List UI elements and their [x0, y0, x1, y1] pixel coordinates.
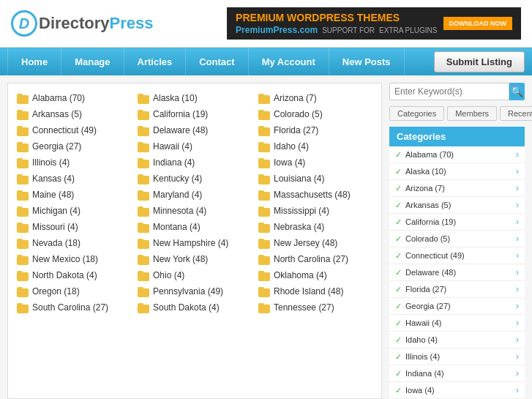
state-item[interactable]: Hawaii (4) [136, 139, 253, 154]
state-item[interactable]: Iowa (4) [257, 155, 374, 170]
navigation: Home Manage Articles Contact My Account … [0, 48, 532, 75]
state-name: Missouri (4) [32, 222, 78, 232]
state-item[interactable]: New York (48) [136, 252, 253, 266]
state-item[interactable]: New Mexico (18) [15, 252, 132, 266]
category-item[interactable]: ✓Delaware (48)› [389, 264, 525, 281]
tab-categories[interactable]: Categories [389, 106, 444, 121]
category-item[interactable]: ✓Alaska (10)› [389, 163, 525, 180]
search-button[interactable]: 🔍 [509, 83, 525, 100]
state-item[interactable]: Maine (48) [15, 187, 132, 202]
nav-articles[interactable]: Articles [124, 48, 187, 75]
state-name: California (19) [153, 109, 208, 119]
tab-members[interactable]: Members [447, 106, 497, 121]
nav-new-posts[interactable]: New Posts [329, 48, 405, 75]
banner[interactable]: PREMIUM WORDPRESS THEMES PremiumPress.co… [227, 7, 521, 40]
logo-d-letter: D [19, 15, 29, 32]
banner-download[interactable]: DOWNLOAD NOW [443, 17, 513, 30]
state-item[interactable]: California (19) [136, 107, 253, 122]
category-item[interactable]: ✓Alabama (70)› [389, 146, 525, 163]
state-item[interactable]: Mississippi (4) [257, 204, 374, 218]
state-item[interactable]: Idaho (4) [257, 139, 374, 154]
nav-contact[interactable]: Contact [186, 48, 248, 75]
check-icon: ✓ [395, 234, 402, 244]
tab-recent[interactable]: Recent [500, 106, 532, 121]
check-icon: ✓ [395, 201, 402, 210]
state-item[interactable]: Arkansas (5) [15, 107, 132, 122]
state-item[interactable]: North Dakota (4) [15, 268, 132, 283]
category-name: Arkansas (5) [405, 201, 516, 209]
category-item[interactable]: ✓Florida (27)› [389, 281, 525, 298]
category-item[interactable]: ✓Colorado (5)› [389, 231, 525, 247]
state-item[interactable]: Montana (4) [136, 220, 253, 234]
state-name: Iowa (4) [274, 157, 305, 168]
state-name: Illinois (4) [32, 157, 70, 168]
state-item[interactable]: Minnesota (4) [136, 204, 253, 218]
category-item[interactable]: ✓Indiana (4)› [389, 365, 525, 382]
state-item[interactable]: Alaska (10) [136, 91, 253, 105]
state-item[interactable]: Arizona (7) [257, 91, 374, 105]
folder-icon [258, 303, 270, 312]
folder-icon [17, 287, 29, 296]
state-name: South Carolina (27) [32, 302, 108, 313]
search-input[interactable] [389, 83, 509, 100]
state-item[interactable]: Florida (27) [257, 123, 374, 138]
check-icon: ✓ [395, 369, 402, 379]
state-item[interactable]: Rhode Island (48) [257, 284, 374, 299]
state-item[interactable]: New Jersey (48) [257, 236, 374, 250]
state-item[interactable]: Colorado (5) [257, 107, 374, 122]
banner-title-highlight: WORDPRESS [287, 12, 354, 23]
state-item[interactable]: Massachusetts (48) [257, 187, 374, 202]
category-item[interactable]: ✓Idaho (4)› [389, 332, 525, 348]
state-item[interactable]: Tennessee (27) [257, 300, 374, 315]
state-item[interactable]: Indiana (4) [136, 155, 253, 170]
folder-icon [258, 174, 270, 183]
category-item[interactable]: ✓Georgia (27)› [389, 298, 525, 315]
state-item[interactable]: Michigan (4) [15, 204, 132, 218]
state-item[interactable]: Connecticut (49) [15, 123, 132, 138]
state-item[interactable]: Nevada (18) [15, 236, 132, 250]
folder-icon [138, 110, 149, 119]
state-name: Kansas (4) [32, 174, 75, 184]
state-item[interactable]: South Carolina (27) [15, 300, 132, 315]
folder-icon [138, 158, 149, 167]
state-item[interactable]: Louisiana (4) [257, 171, 374, 186]
category-item[interactable]: ✓Illinois (4)› [389, 348, 525, 365]
banner-title-main: PREMIUM [236, 12, 287, 23]
state-item[interactable]: Alabama (70) [15, 91, 132, 105]
category-item[interactable]: ✓Connecticut (49)› [389, 247, 525, 264]
category-item[interactable]: ✓Hawaii (4)› [389, 315, 525, 332]
state-name: Montana (4) [153, 222, 201, 232]
logo: D DirectoryPress [11, 10, 154, 37]
logo-press: Press [110, 14, 154, 33]
state-item[interactable]: Maryland (4) [136, 187, 253, 202]
state-item[interactable]: Oregon (18) [15, 284, 132, 299]
submit-listing-button[interactable]: Submit Listing [434, 51, 525, 72]
category-item[interactable]: ✓Arkansas (5)› [389, 197, 525, 214]
state-item[interactable]: Kansas (4) [15, 171, 132, 186]
state-item[interactable]: Illinois (4) [15, 155, 132, 170]
state-name: Hawaii (4) [153, 141, 192, 152]
state-name: Arizona (7) [274, 93, 317, 103]
state-item[interactable]: Pennsylvania (49) [136, 284, 253, 299]
categories-panel: Categories ✓Alabama (70)›✓Alaska (10)›✓A… [389, 127, 525, 399]
category-item[interactable]: ✓California (19)› [389, 214, 525, 231]
state-item[interactable]: Georgia (27) [15, 139, 132, 154]
state-item[interactable]: South Dakota (4) [136, 300, 253, 315]
state-item[interactable]: Kentucky (4) [136, 171, 253, 186]
nav-my-account[interactable]: My Account [249, 48, 329, 75]
state-name: North Carolina (27) [274, 254, 348, 264]
nav-home[interactable]: Home [7, 48, 61, 75]
folder-icon [258, 94, 270, 102]
nav-manage[interactable]: Manage [61, 48, 124, 75]
folder-icon [258, 110, 270, 119]
state-item[interactable]: North Carolina (27) [257, 252, 374, 266]
category-name: Iowa (4) [405, 386, 516, 395]
state-item[interactable]: Delaware (48) [136, 123, 253, 138]
state-item[interactable]: Missouri (4) [15, 220, 132, 234]
state-item[interactable]: Nebraska (4) [257, 220, 374, 234]
category-item[interactable]: ✓Iowa (4)› [389, 382, 525, 399]
state-item[interactable]: Oklahoma (4) [257, 268, 374, 283]
state-item[interactable]: Ohio (4) [136, 268, 253, 283]
category-item[interactable]: ✓Arizona (7)› [389, 180, 525, 197]
state-item[interactable]: New Hampshire (4) [136, 236, 253, 250]
